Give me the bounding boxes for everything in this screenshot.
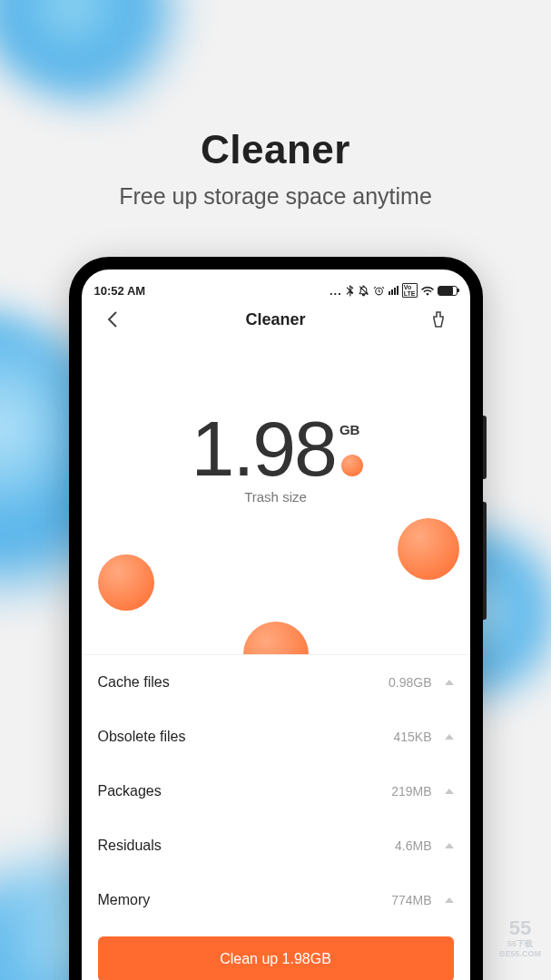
status-indicators: ... VoLTE (330, 283, 458, 298)
signal-icon (389, 286, 398, 295)
phone-screen: 10:52 AM ... VoLTE Cleaner (82, 270, 470, 980)
trash-size-value: 1.98 (192, 409, 336, 487)
list-item[interactable]: Cache files 0.98GB (82, 655, 470, 710)
category-label: Packages (98, 783, 162, 799)
app-header: Cleaner (82, 299, 470, 346)
back-button[interactable] (98, 305, 127, 334)
category-size: 219MB (391, 784, 431, 799)
category-label: Cache files (98, 674, 170, 691)
status-bar: 10:52 AM ... VoLTE (82, 270, 470, 299)
page-heading: Cleaner Free up storage space anytime (0, 127, 551, 210)
status-time: 10:52 AM (94, 284, 146, 298)
trash-size-label: Trash size (82, 489, 470, 505)
page-title: Cleaner (0, 127, 551, 172)
list-item[interactable]: Obsolete files 415KB (82, 710, 470, 764)
page-subtitle: Free up storage space anytime (0, 183, 551, 210)
chevron-left-icon (107, 310, 118, 328)
alarm-icon (373, 285, 385, 297)
more-icon: ... (330, 284, 342, 298)
chevron-up-icon (445, 680, 454, 685)
hero-section: 1.98 GB Trash size (82, 346, 470, 654)
decorative-bubble (398, 518, 459, 580)
trash-size-unit: GB (339, 422, 360, 437)
category-size: 415KB (393, 730, 431, 744)
cleanup-settings-button[interactable] (424, 305, 453, 334)
chevron-up-icon (445, 734, 454, 740)
decorative-bubble (243, 622, 309, 654)
chevron-up-icon (445, 843, 454, 848)
clean-up-button[interactable]: Clean up 1.98GB (98, 936, 454, 980)
decorative-bubble (341, 455, 363, 476)
category-size: 4.6MB (395, 838, 431, 853)
bluetooth-icon (346, 285, 354, 297)
watermark: 55 55下载 BE55.COM (495, 916, 546, 958)
background-splash (0, 0, 226, 137)
notifications-off-icon (358, 285, 369, 297)
broom-icon (430, 310, 447, 328)
category-list: Cache files 0.98GB Obsolete files 415KB … (82, 654, 470, 927)
list-item[interactable]: Residuals 4.6MB (82, 818, 470, 873)
phone-mockup: 10:52 AM ... VoLTE Cleaner (69, 257, 483, 980)
chevron-up-icon (445, 897, 454, 903)
wifi-icon (421, 286, 434, 296)
battery-icon (438, 286, 458, 296)
category-label: Obsolete files (98, 729, 186, 745)
chevron-up-icon (445, 789, 454, 794)
decorative-bubble (98, 554, 154, 611)
list-item[interactable]: Memory 774MB (82, 873, 470, 927)
screen-title: Cleaner (245, 310, 305, 329)
volte-icon: VoLTE (402, 283, 418, 298)
category-size: 774MB (391, 893, 431, 907)
category-label: Memory (98, 892, 151, 908)
clean-up-label: Clean up 1.98GB (220, 951, 331, 967)
category-label: Residuals (98, 838, 162, 854)
list-item[interactable]: Packages 219MB (82, 764, 470, 818)
category-size: 0.98GB (389, 675, 431, 690)
